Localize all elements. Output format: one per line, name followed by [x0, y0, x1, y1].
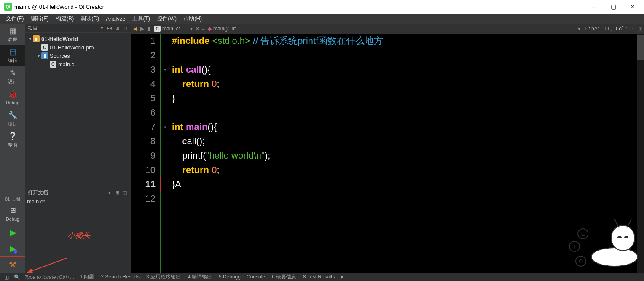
- code-line[interactable]: return 0;: [172, 163, 644, 177]
- cfile-icon: C: [41, 44, 48, 51]
- dropdown-icon[interactable]: ▾: [106, 190, 113, 195]
- mode-welcome[interactable]: ▦欢迎: [0, 24, 25, 45]
- output-tab[interactable]: 4 编译输出: [184, 274, 215, 280]
- mode-help[interactable]: ❔帮助: [0, 129, 25, 150]
- document-icon: ▤: [8, 47, 17, 57]
- editor-tab-filename[interactable]: main. c*: [162, 26, 189, 32]
- nav-back-icon[interactable]: ◀: [131, 26, 139, 32]
- nav-fwd-icon[interactable]: ▶: [139, 26, 146, 32]
- code-line[interactable]: }A: [172, 177, 644, 192]
- expand-icon[interactable]: ▾: [35, 54, 41, 58]
- build-button[interactable]: ⚒: [0, 257, 25, 273]
- output-tab[interactable]: 5 Debugger Console: [215, 274, 268, 280]
- play-debug-icon: ▶⬢: [10, 243, 16, 254]
- code-line[interactable]: [172, 48, 644, 62]
- locator-input[interactable]: Type to locate (Ctrl+…: [23, 274, 76, 280]
- close-panel-icon[interactable]: ◫: [121, 190, 129, 195]
- split-icon[interactable]: ⊞: [113, 190, 121, 195]
- code-line[interactable]: }: [172, 91, 644, 105]
- code-line[interactable]: call();: [172, 134, 644, 149]
- code-line[interactable]: [172, 105, 644, 120]
- fold-toggle: [161, 163, 169, 177]
- minimize-button[interactable]: ─: [584, 0, 604, 14]
- mode-project[interactable]: 🔧项目: [0, 108, 25, 129]
- symbol-selector[interactable]: main(): int: [213, 26, 577, 32]
- menu-item[interactable]: 控件(W): [153, 14, 180, 23]
- svg-text:E: E: [581, 231, 585, 237]
- code-line[interactable]: return 0;: [172, 77, 644, 91]
- tree-label: main.c: [58, 61, 74, 68]
- tree-label: Sources: [50, 53, 70, 59]
- menu-item[interactable]: 工具(T): [129, 14, 154, 23]
- output-tab[interactable]: 3 应用程序输出: [143, 274, 184, 280]
- tab-close-icon[interactable]: ✕: [194, 26, 201, 32]
- search-icon[interactable]: 🔍: [11, 274, 23, 280]
- project-panel-header: 项目 ▾ ▸◂ ⊞ ◫: [25, 24, 131, 33]
- output-tab[interactable]: 2 Search Results: [98, 274, 143, 280]
- code-line[interactable]: [172, 192, 644, 206]
- menu-item[interactable]: 文件(F): [3, 14, 27, 23]
- menu-item[interactable]: Analyze: [102, 15, 129, 23]
- filter-icon[interactable]: ▸◂: [106, 25, 113, 31]
- symbol-dropdown-icon[interactable]: ▾: [577, 26, 582, 32]
- mascot-image: E T O: [560, 217, 644, 267]
- mode-edit[interactable]: ▤编辑: [0, 45, 25, 66]
- run-debug-button[interactable]: ▶⬢: [0, 240, 25, 257]
- scrollbar-thumb[interactable]: [637, 35, 644, 60]
- tree-row[interactable]: C01-HelloWorld.pro: [25, 43, 131, 51]
- output-tab[interactable]: 8 Test Results: [300, 274, 338, 280]
- bookmark-icon[interactable]: ▮: [146, 26, 152, 32]
- code-line[interactable]: int main(){: [172, 120, 644, 134]
- svg-text:T: T: [573, 243, 576, 250]
- open-doc-item[interactable]: main.c*: [27, 198, 129, 205]
- modified-marker: [160, 177, 161, 192]
- code-line[interactable]: int call(){: [172, 62, 644, 77]
- monitor-icon: 🖥: [8, 206, 17, 216]
- wrench-icon: 🔧: [8, 111, 17, 120]
- help-icon: ❔: [8, 132, 17, 141]
- file-type-icon: C: [154, 26, 161, 32]
- qt-logo-icon: Qt: [4, 3, 12, 11]
- tree-row[interactable]: Cmain.c: [25, 60, 131, 68]
- annotation-label: 小榔头: [67, 230, 90, 240]
- close-output-icon[interactable]: ◫: [2, 274, 11, 280]
- cfile-icon: C: [50, 61, 56, 68]
- fold-toggle[interactable]: ▾: [161, 120, 169, 134]
- mode-debug[interactable]: 🐞Debug: [0, 87, 25, 108]
- fold-toggle[interactable]: ▾: [161, 62, 169, 77]
- output-tab[interactable]: 1 问题: [76, 274, 97, 280]
- line-gutter[interactable]: 123456789101112: [131, 34, 161, 273]
- code-line[interactable]: #include <stdio.h> // 告诉系统printf函数在什么地方: [172, 34, 644, 48]
- add-icon[interactable]: ⊞: [113, 25, 121, 31]
- code-line[interactable]: printf("hello world\n");: [172, 149, 644, 163]
- svg-point-3: [617, 236, 622, 238]
- mode-design[interactable]: ✎设计: [0, 66, 25, 87]
- split-editor-icon[interactable]: ⊞: [637, 26, 644, 32]
- tree-row[interactable]: ▾▮Sources: [25, 51, 131, 60]
- split-icon[interactable]: ◫: [121, 25, 129, 31]
- fold-gutter[interactable]: ▾▾: [161, 34, 169, 273]
- menu-item[interactable]: 帮助(H): [180, 14, 205, 23]
- output-tab[interactable]: 6 概要信息: [268, 274, 300, 280]
- open-docs-header: 打开文档 ▾ ⊞ ◫: [25, 188, 131, 197]
- menubar: 文件(F)编辑(E)构建(B)调试(D)Analyze工具(T)控件(W)帮助(…: [0, 14, 644, 24]
- cursor-position[interactable]: Line: 11, Col: 3: [582, 26, 637, 32]
- menu-item[interactable]: 调试(D): [77, 14, 102, 23]
- maximize-button[interactable]: ▢: [604, 0, 623, 14]
- fold-toggle: [161, 105, 169, 120]
- output-menu-icon[interactable]: ▾: [338, 274, 346, 280]
- close-button[interactable]: ✕: [623, 0, 642, 14]
- tab-menu-icon[interactable]: ▾: [189, 26, 194, 32]
- dropdown-icon[interactable]: ▾: [98, 25, 106, 31]
- menu-item[interactable]: 构建(B): [52, 14, 77, 23]
- expand-icon[interactable]: ▾: [27, 37, 33, 41]
- fold-toggle: [161, 48, 169, 62]
- folder-icon: ▮: [41, 52, 48, 59]
- menu-item[interactable]: 编辑(E): [27, 14, 52, 23]
- kit-selector[interactable]: 🖥Debug: [0, 203, 25, 224]
- fold-toggle: [161, 77, 169, 91]
- project-tree[interactable]: ▾▮01-HelloWorldC01-HelloWorld.pro▾▮Sourc…: [25, 33, 131, 188]
- tree-label: 01-HelloWorld: [41, 36, 78, 42]
- run-button[interactable]: ▶: [0, 224, 25, 240]
- tree-row[interactable]: ▾▮01-HelloWorld: [25, 35, 131, 43]
